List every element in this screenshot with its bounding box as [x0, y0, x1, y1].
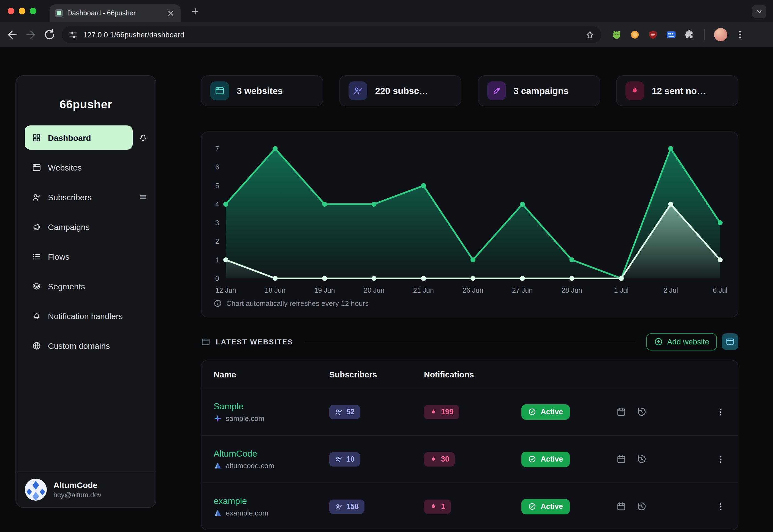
- chevron-down-icon: [755, 8, 763, 15]
- history-icon[interactable]: [637, 454, 647, 464]
- keyboard-extension-icon[interactable]: [666, 29, 677, 40]
- sidebar-item-segments[interactable]: Segments: [25, 274, 148, 298]
- websites-shortcut-button[interactable]: [722, 333, 738, 350]
- user-check-icon: [335, 408, 342, 416]
- row-menu-button[interactable]: [716, 454, 726, 464]
- chart-point: [470, 257, 475, 262]
- sidebar: 66pusher Dashboard Websites: [15, 75, 156, 508]
- browser-icon: [32, 163, 41, 172]
- stat-card-notifications[interactable]: 12 sent notifications: [616, 75, 738, 106]
- x-tick-label: 6 Jul: [713, 286, 728, 294]
- shield-extension-icon[interactable]: [648, 29, 659, 40]
- sidebar-item-notification-handlers[interactable]: Notification handlers: [25, 304, 148, 328]
- calendar-icon[interactable]: [616, 407, 627, 417]
- x-tick-label: 19 Jun: [314, 286, 335, 294]
- subscriptions-chart: 0123456712 Jun18 Jun19 Jun20 Jun21 Jun26…: [209, 140, 731, 298]
- row-menu-button[interactable]: [716, 501, 726, 511]
- website-name-link[interactable]: AltumCode: [214, 449, 329, 459]
- window-minimize-button[interactable]: [19, 8, 25, 14]
- sidebar-item-websites[interactable]: Websites: [25, 155, 148, 179]
- x-tick-label: 12 Jun: [215, 286, 236, 294]
- browser-menu-button[interactable]: [734, 29, 745, 40]
- bookmark-star-icon[interactable]: [585, 30, 595, 39]
- tab-title: Dashboard - 66pusher: [67, 9, 162, 17]
- browser-tab[interactable]: Dashboard - 66pusher: [50, 4, 180, 22]
- sidebar-item-label: Notification handlers: [48, 311, 123, 320]
- chart-point: [322, 276, 327, 281]
- websites-table: Name Subscribers Notifications Sample sa…: [201, 360, 738, 530]
- browser-icon: [201, 337, 210, 346]
- sidebar-item-label: Segments: [48, 281, 85, 291]
- tab-close-icon[interactable]: [166, 9, 175, 18]
- notifications-bell-icon[interactable]: [138, 133, 148, 142]
- sidebar-item-flows[interactable]: Flows: [25, 244, 148, 268]
- sidebar-item-dashboard[interactable]: Dashboard: [25, 125, 133, 150]
- chart-point: [322, 202, 327, 207]
- check-circle-icon: [528, 502, 536, 511]
- row-menu-button[interactable]: [716, 407, 726, 417]
- sidebar-item-label: Subscribers: [48, 192, 91, 202]
- forward-button[interactable]: [24, 28, 37, 41]
- kebab-icon: [716, 501, 726, 511]
- site-settings-icon[interactable]: [68, 30, 78, 39]
- reload-button[interactable]: [43, 28, 56, 41]
- y-tick-label: 0: [215, 275, 219, 282]
- puzzle-extensions-icon[interactable]: [684, 29, 695, 40]
- chart-point: [273, 146, 278, 151]
- tab-search-button[interactable]: [752, 5, 766, 18]
- website-domain: sample.com: [226, 414, 264, 422]
- stat-card-subscribers[interactable]: 220 subscribers: [339, 75, 462, 106]
- add-website-button[interactable]: Add website: [646, 333, 717, 350]
- fire-icon: [626, 81, 644, 100]
- table-row: example example.com 158 1: [202, 482, 738, 530]
- chart-point: [223, 202, 228, 207]
- user-email: hey@altum.dev: [53, 491, 101, 499]
- website-domain: altumcode.com: [226, 461, 274, 470]
- fire-icon: [429, 455, 437, 463]
- sidebar-item-campaigns[interactable]: Campaigns: [25, 215, 148, 239]
- chart-point: [372, 202, 377, 207]
- main-content: 3 websites 220 subscribers 3 campaigns: [201, 75, 738, 530]
- stat-label: 12 sent notifications: [652, 86, 707, 96]
- green-extension-icon[interactable]: [611, 29, 622, 40]
- chart-point: [569, 257, 574, 262]
- table-row: Sample sample.com 52 199 A: [202, 388, 738, 435]
- new-tab-button[interactable]: [190, 7, 200, 16]
- address-bar[interactable]: 127.0.0.1/66pusher/dashboard: [62, 26, 601, 43]
- browser-profile-avatar[interactable]: [714, 28, 727, 41]
- user-avatar: [25, 478, 47, 500]
- table-row: AltumCode altumcode.com 10 30: [202, 435, 738, 482]
- window-zoom-button[interactable]: [30, 8, 36, 14]
- sidebar-item-subscribers[interactable]: Subscribers: [25, 185, 133, 209]
- stat-card-campaigns[interactable]: 3 campaigns: [478, 75, 600, 106]
- calendar-icon[interactable]: [616, 454, 627, 464]
- stat-card-websites[interactable]: 3 websites: [201, 75, 323, 106]
- chart-point: [421, 183, 426, 188]
- y-tick-label: 7: [215, 145, 219, 152]
- calendar-icon[interactable]: [616, 501, 627, 512]
- sidebar-item-custom-domains[interactable]: Custom domains: [25, 333, 148, 358]
- extensions-area: [611, 28, 745, 41]
- toolbar-divider: [704, 29, 705, 40]
- chart-point: [520, 202, 525, 207]
- window-close-button[interactable]: [8, 8, 14, 14]
- x-tick-label: 27 Jun: [512, 286, 533, 294]
- x-tick-label: 26 Jun: [462, 286, 483, 294]
- website-name-link[interactable]: Sample: [214, 401, 329, 411]
- history-icon[interactable]: [637, 407, 647, 417]
- plus-circle-icon: [654, 337, 663, 346]
- subscribers-badge: 52: [329, 405, 360, 419]
- fire-icon: [429, 503, 437, 510]
- back-button[interactable]: [6, 28, 19, 41]
- orange-extension-icon[interactable]: [629, 29, 640, 40]
- sidebar-user[interactable]: AltumCode hey@altum.dev: [16, 471, 156, 507]
- history-icon[interactable]: [637, 501, 647, 512]
- website-name-link[interactable]: example: [214, 496, 329, 506]
- subscribers-badge: 158: [329, 499, 364, 514]
- notifications-badge: 30: [424, 452, 455, 466]
- chart-point: [372, 276, 377, 281]
- column-subscribers: Subscribers: [329, 369, 424, 379]
- latest-websites-header: LATEST WEBSITES Add website: [201, 333, 738, 350]
- column-notifications: Notifications: [424, 369, 521, 379]
- website-favicon: [214, 509, 222, 517]
